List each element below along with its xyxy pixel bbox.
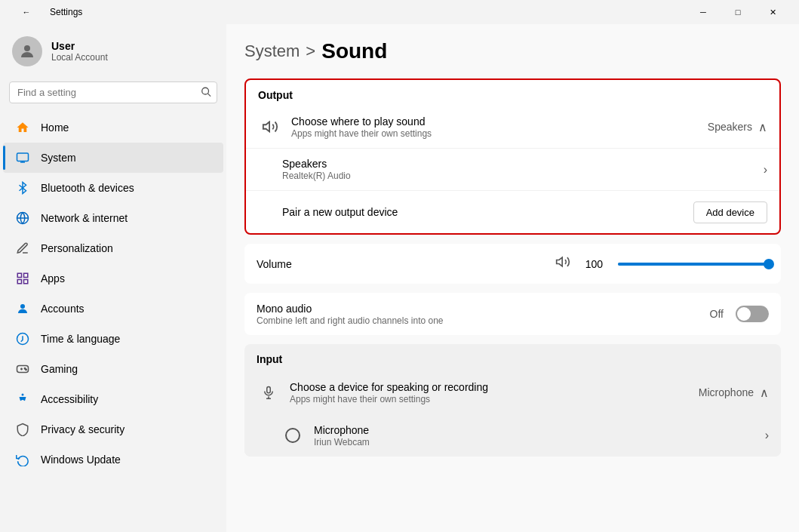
back-button[interactable]: ←	[9, 0, 44, 24]
search-box	[9, 81, 217, 103]
volume-section: Volume 100	[244, 244, 781, 284]
svg-rect-9	[17, 280, 21, 284]
svg-rect-8	[24, 273, 28, 277]
titlebar-controls: ─ □ ✕	[686, 0, 790, 24]
choose-device-row[interactable]: Choose a device for speaking or recordin…	[244, 371, 781, 414]
pair-device-label: Pair a new output device	[282, 206, 693, 218]
svg-rect-21	[267, 387, 271, 393]
nav-item-accounts[interactable]: Accounts	[3, 294, 223, 324]
mono-audio-row: Mono audio Combine left and right audio …	[244, 293, 781, 335]
add-device-button[interactable]: Add device	[693, 201, 767, 223]
home-icon	[15, 120, 30, 135]
main-panel: System > Sound Output Choose where to pl…	[226, 24, 799, 532]
speaker-icon	[258, 115, 282, 139]
nav-item-apps[interactable]: Apps	[3, 263, 223, 294]
svg-point-11	[20, 304, 25, 309]
user-info: User Local Account	[51, 40, 108, 63]
mono-audio-title: Mono audio	[257, 303, 710, 315]
choose-device-subtitle: Apps might have their own settings	[290, 394, 699, 404]
chevron-up-icon-input: ∧	[760, 386, 769, 400]
chevron-right-icon: ›	[764, 163, 767, 177]
user-account-type: Local Account	[51, 52, 108, 63]
choose-sound-subtitle: Apps might have their own settings	[291, 128, 708, 139]
maximize-button[interactable]: □	[721, 0, 755, 24]
choose-device-control: Microphone ∧	[699, 386, 769, 400]
mono-audio-toggle[interactable]	[736, 306, 769, 322]
speakers-control: ›	[764, 163, 767, 177]
avatar	[12, 36, 42, 66]
svg-line-2	[208, 94, 211, 97]
speakers-subtitle: Realtek(R) Audio	[282, 171, 764, 181]
microphone-row[interactable]: Microphone Iriun Webcam ›	[244, 414, 781, 457]
accessibility-icon	[15, 392, 30, 407]
svg-rect-10	[24, 280, 28, 284]
volume-label: Volume	[257, 258, 292, 270]
mono-audio-subtitle: Combine left and right audio channels in…	[257, 315, 710, 326]
nav-item-update[interactable]: Windows Update	[3, 444, 223, 475]
svg-point-17	[26, 369, 27, 371]
search-input[interactable]	[9, 81, 217, 103]
minimize-button[interactable]: ─	[686, 0, 721, 24]
choose-device-title: Choose a device for speaking or recordin…	[290, 381, 699, 393]
speakers-title: Speakers	[282, 158, 764, 170]
personalization-icon	[15, 241, 30, 256]
mono-audio-control: Off	[710, 306, 769, 322]
system-icon	[15, 150, 30, 165]
svg-marker-19	[263, 122, 269, 132]
volume-value: 100	[585, 258, 603, 270]
nav-item-system[interactable]: System	[3, 143, 223, 173]
speakers-row[interactable]: Speakers Realtek(R) Audio ›	[246, 149, 779, 191]
svg-rect-7	[17, 273, 21, 277]
volume-slider[interactable]	[618, 263, 769, 266]
svg-rect-3	[17, 153, 29, 161]
input-section: Input Choose a device for speaking or re…	[244, 344, 781, 457]
time-icon	[15, 331, 30, 346]
pair-device-row: Pair a new output device Add device	[246, 191, 779, 233]
privacy-icon	[15, 422, 30, 437]
choose-sound-value: Speakers	[708, 121, 752, 133]
speakers-info: Speakers Realtek(R) Audio	[282, 158, 764, 181]
nav-item-home[interactable]: Home	[3, 112, 223, 143]
mono-audio-section: Mono audio Combine left and right audio …	[244, 293, 781, 335]
network-icon	[15, 211, 30, 226]
choose-sound-info: Choose where to play sound Apps might ha…	[291, 115, 708, 139]
choose-sound-row[interactable]: Choose where to play sound Apps might ha…	[246, 106, 779, 149]
svg-marker-20	[556, 257, 562, 266]
nav-item-bluetooth[interactable]: Bluetooth & devices	[3, 173, 223, 203]
close-button[interactable]: ✕	[755, 0, 790, 24]
choose-device-info: Choose a device for speaking or recordin…	[290, 381, 699, 404]
sidebar: User Local Account Home System	[0, 24, 226, 532]
pair-device-control: Add device	[693, 201, 767, 223]
choose-sound-control: Speakers ∧	[708, 120, 767, 134]
mono-audio-state: Off	[710, 308, 724, 320]
apps-icon	[15, 271, 30, 286]
microphone-title: Microphone	[314, 424, 765, 436]
output-section: Output Choose where to play sound Apps m…	[244, 78, 781, 235]
microphone-control: ›	[765, 429, 769, 442]
nav-item-network[interactable]: Network & internet	[3, 203, 223, 233]
chevron-right-icon-mic: ›	[765, 429, 769, 442]
nav-item-accessibility[interactable]: Accessibility	[3, 384, 223, 414]
output-label: Output	[246, 80, 779, 106]
breadcrumb: System > Sound	[244, 39, 781, 63]
app-body: User Local Account Home System	[0, 24, 799, 532]
choose-sound-title: Choose where to play sound	[291, 115, 708, 128]
toggle-knob	[737, 307, 751, 321]
user-section: User Local Account	[0, 24, 226, 81]
nav-item-time[interactable]: Time & language	[3, 324, 223, 354]
nav-item-personalization[interactable]: Personalization	[3, 233, 223, 263]
nav-item-privacy[interactable]: Privacy & security	[3, 414, 223, 444]
breadcrumb-parent: System	[244, 42, 300, 61]
titlebar-left: ← Settings	[9, 0, 82, 24]
bluetooth-icon	[15, 180, 30, 195]
mic-circle-icon	[281, 423, 305, 447]
volume-icon	[555, 254, 570, 273]
titlebar: ← Settings ─ □ ✕	[0, 0, 799, 24]
svg-point-18	[22, 394, 24, 396]
nav-item-gaming[interactable]: Gaming	[3, 354, 223, 384]
gaming-icon	[15, 361, 30, 377]
accounts-icon	[15, 301, 30, 316]
breadcrumb-separator: >	[306, 42, 315, 61]
choose-device-value: Microphone	[699, 386, 754, 398]
microphone-subtitle: Iriun Webcam	[314, 437, 765, 447]
